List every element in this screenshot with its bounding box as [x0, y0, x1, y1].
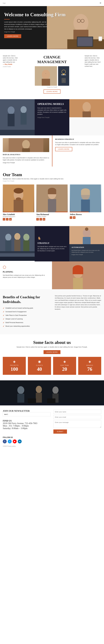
strategy-left-image	[0, 226, 35, 262]
alex-social: f t in	[3, 218, 34, 220]
jeffrey-bar	[70, 212, 89, 212]
jeffrey-name: Jeffrey Brown	[70, 214, 101, 216]
fact-number: 40	[29, 366, 49, 372]
operating-title: OPERATING MODELS	[37, 103, 67, 106]
footer-grid: JOIN OUR NEWSLETTER FIND US 2018 Old Fer…	[3, 410, 101, 434]
change-left-quote: Sample text. Click to select the text bo…	[3, 55, 19, 68]
ann-facebook-icon[interactable]: f	[36, 218, 39, 220]
fact-label: OUR TEAM	[55, 365, 75, 366]
svg-rect-57	[0, 251, 35, 253]
strategy-grid: ♞ STRATEGY Sed blandit libero volutpat s…	[0, 226, 104, 262]
svg-rect-19	[63, 74, 65, 74]
team-member-alex: Alex Grinfield programming guru f t in	[3, 184, 34, 220]
planning-section: ⬡ PLANNING Sed blandit libero volutpat s…	[0, 262, 104, 289]
team-grid: Alex Grinfield programming guru f t in	[3, 184, 101, 220]
svg-point-38	[16, 198, 21, 201]
benefits-row: Benefits of Coaching for Individuals. ✓E…	[0, 289, 104, 334]
jeffrey-instagram-icon[interactable]: in	[73, 216, 75, 219]
hero-learn-more-button[interactable]: LEARN MORE	[4, 34, 21, 38]
footer-form-col: SUBMIT	[53, 410, 101, 434]
form-message-input[interactable]	[53, 420, 101, 428]
benefits-section: Benefits of Coaching for Individuals. ✓E…	[0, 289, 52, 334]
team-section: Our Team Sample text. Click to select th…	[0, 166, 104, 226]
alex-image	[3, 184, 34, 212]
benefit-text: Establish and act toward achieving goals	[5, 307, 33, 309]
newsletter-input[interactable]	[3, 412, 51, 416]
benefit-item: ✓Establish and act toward achieving goal…	[3, 307, 49, 309]
data-analytics-col: DATA & ANALYTICS Duis aute irure dolor i…	[0, 135, 52, 166]
hero-source: Image from Freepik	[4, 31, 100, 32]
automation-source: Images from Freepik	[71, 254, 102, 256]
svg-rect-49	[81, 200, 90, 212]
strategy-right: AUTOMATION Sed blandit libero volutpat s…	[69, 226, 104, 262]
svg-rect-27	[20, 113, 27, 125]
form-submit-button[interactable]: SUBMIT	[53, 430, 67, 434]
facts-title: Some facts about us	[3, 340, 101, 345]
alex-role: programming guru	[3, 216, 34, 217]
svg-rect-12	[42, 79, 50, 86]
facts-grid: ◈ PROJECTS 100 ◉ CLIENTS 40 ◈ OUR TEAM 2…	[3, 357, 101, 375]
alex-name: Alex Grinfield	[3, 214, 34, 216]
benefit-item: ✓Boost your networking opportunities	[3, 325, 49, 327]
benefit-item: ✓Build Personal Awareness	[3, 322, 49, 324]
benefit-check-icon: ✓	[3, 322, 4, 324]
svg-rect-62	[83, 237, 91, 244]
form-email-input[interactable]	[53, 415, 101, 419]
change-right-content: Sample text. Click to select the text bo…	[85, 55, 101, 67]
benefits-text: Sed pulvinar proin gravida hendrerit lec…	[52, 289, 104, 334]
operating-right-image	[69, 99, 104, 117]
benefits-description-text: Sed pulvinar proin gravida hendrerit lec…	[55, 295, 101, 310]
alex-instagram-icon[interactable]: in	[9, 218, 12, 220]
strategy-center: ♞ STRATEGY Sed blandit libero volutpat s…	[35, 226, 69, 262]
svg-point-24	[8, 106, 14, 114]
ann-instagram-icon[interactable]: in	[43, 218, 45, 220]
benefits-list: ✓Establish and act toward achieving goal…	[3, 307, 49, 327]
follow-icons: f t ▶ in	[3, 440, 101, 444]
change-quote-author: — Roy Smith	[3, 64, 12, 65]
footer-contact-title: FIND US	[3, 420, 51, 422]
jeffrey-social: t in	[70, 216, 101, 219]
youtube-follow-icon[interactable]: ▶	[13, 440, 17, 444]
hero-section: Welcome to Consulting Firm Lorem ipsum d…	[0, 6, 104, 49]
svg-rect-31	[83, 112, 91, 117]
bottom-photo	[0, 380, 104, 406]
change-learn-more-button[interactable]: LEARN MORE	[44, 90, 61, 94]
change-source: Images by Freepik	[21, 86, 83, 88]
facts-learn-more-button[interactable]: LEARN MORE	[44, 350, 61, 354]
fact-card: ◈ OUR TEAM 20	[53, 357, 76, 375]
ann-twitter-icon[interactable]: t	[39, 218, 42, 220]
alex-facebook-icon[interactable]: f	[3, 218, 5, 220]
form-name-input[interactable]	[53, 410, 101, 414]
change-title: CHANGE MANAGEMENT	[21, 55, 83, 64]
navigation: logo ≡	[0, 0, 104, 6]
change-quote-text: Sample text. Click to select the text bo…	[3, 55, 19, 63]
business-learn-more-button[interactable]: LEARN MORE	[55, 147, 72, 151]
benefit-text: Deeper Level of Learning	[5, 318, 23, 320]
benefit-item: ✓Deeper Level of Learning	[3, 318, 49, 320]
fact-number: 100	[4, 366, 24, 372]
linkedin-follow-icon[interactable]: in	[18, 440, 22, 444]
svg-rect-48	[81, 191, 90, 195]
data-analytics-title: DATA & ANALYTICS	[3, 154, 49, 156]
business-strategy-title: BUSINESS STRATEGY	[55, 138, 101, 140]
business-strategy-col: BUSINESS STRATEGY Duis aute irure dolor …	[52, 135, 104, 166]
facebook-follow-icon[interactable]: f	[3, 440, 7, 444]
strategy-title: STRATEGY	[37, 242, 67, 244]
ann-social: f t in	[36, 218, 68, 220]
benefit-check-icon: ✓	[3, 325, 4, 327]
menu-icon[interactable]: ≡	[100, 2, 101, 4]
svg-rect-34	[22, 148, 30, 152]
alex-twitter-icon[interactable]: t	[6, 218, 8, 220]
fact-card: ◈ PROJECTS 100	[3, 357, 26, 375]
team-member-jeffrey: Jeffrey Brown t in	[70, 184, 101, 220]
operating-description: Duis aute irure dolor in reprehenderit i…	[37, 107, 67, 115]
fact-label: AWARDS	[80, 365, 100, 366]
benefit-text: Boost your networking opportunities	[5, 325, 30, 327]
svg-point-33	[22, 140, 30, 149]
jeffrey-twitter-icon[interactable]: t	[70, 216, 72, 219]
twitter-follow-icon[interactable]: t	[8, 440, 12, 444]
svg-rect-44	[48, 199, 56, 212]
benefit-check-icon: ✓	[3, 314, 4, 316]
planning-left: ⬡ PLANNING Sed blandit libero volutpat s…	[0, 262, 52, 289]
svg-rect-52	[5, 240, 11, 252]
